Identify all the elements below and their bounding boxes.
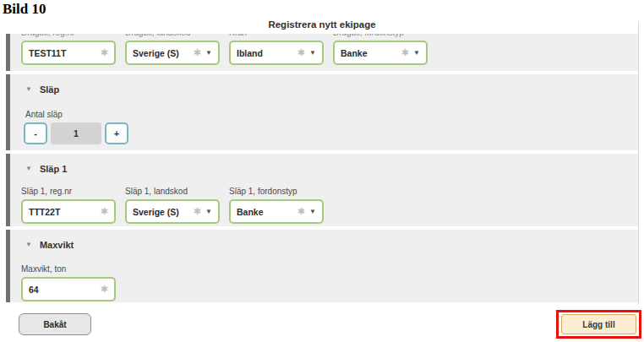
slap1-landskod-label: Släp 1, landskod bbox=[125, 186, 220, 198]
dragbil-regnr-label: Dragbil, reg.nr bbox=[21, 34, 116, 39]
slap-section-toggle[interactable]: ▼ Släp bbox=[25, 84, 638, 95]
section-slap: ▼ Släp Antal släp - 1 + bbox=[6, 74, 638, 150]
required-icon: ✱ bbox=[297, 48, 305, 57]
maxvikt-fields-row: Maxvikt, ton 64 ✱ bbox=[21, 263, 638, 301]
stepper-plus-button[interactable]: + bbox=[105, 122, 128, 144]
collapse-icon: ▼ bbox=[25, 166, 32, 172]
highlight-box: Lägg till bbox=[556, 310, 641, 339]
page: Bild 10 Registrera nytt ekipage Dragbil,… bbox=[0, 0, 644, 342]
field-maxvikt: Maxvikt, ton 64 ✱ bbox=[21, 263, 116, 301]
slap1-fields-row: Släp 1, reg.nr TTT22T ✱ Släp 1, landskod… bbox=[21, 186, 638, 224]
dragbil-landskod-label: Dragbil, landskod bbox=[125, 34, 220, 39]
slap1-landskod-select[interactable]: Sverige (S) ✱ ▼ bbox=[125, 199, 220, 224]
slap1-fordonstyp-label: Släp 1, fordonstyp bbox=[229, 186, 324, 198]
dropdown-caret-icon: ▼ bbox=[413, 50, 420, 57]
dropdown-caret-icon: ▼ bbox=[205, 50, 212, 57]
stepper-count-value: 1 bbox=[51, 122, 101, 144]
slap1-fordonstyp-select[interactable]: Banke ✱ ▼ bbox=[229, 199, 324, 224]
dragbil-landskod-value: Sverige (S) bbox=[133, 48, 194, 58]
required-icon: ✱ bbox=[401, 48, 409, 57]
field-dragbil-landskod: Dragbil, landskod Sverige (S) ✱ ▼ bbox=[125, 34, 220, 65]
required-icon: ✱ bbox=[194, 207, 201, 216]
required-icon: ✱ bbox=[101, 48, 108, 57]
slap1-section-toggle[interactable]: ▼ Släp 1 bbox=[25, 164, 638, 174]
back-button[interactable]: Bakåt bbox=[19, 313, 91, 335]
kran-select[interactable]: Ibland ✱ ▼ bbox=[229, 41, 324, 65]
panel-right-edge bbox=[638, 21, 639, 304]
required-icon: ✱ bbox=[101, 207, 108, 216]
maxvikt-value: 64 bbox=[29, 285, 101, 295]
figure-caption: Bild 10 bbox=[3, 1, 46, 18]
section-maxvikt: ▼ Maxvikt Maxvikt, ton 64 ✱ bbox=[6, 230, 638, 302]
slap-section-title: Släp bbox=[40, 84, 59, 95]
antal-slap-stepper: - 1 + bbox=[24, 122, 638, 144]
collapse-icon: ▼ bbox=[25, 242, 32, 248]
add-button[interactable]: Lägg till bbox=[561, 314, 636, 334]
slap1-regnr-value: TTT22T bbox=[29, 207, 101, 217]
maxvikt-input[interactable]: 64 ✱ bbox=[21, 277, 116, 301]
field-slap1-fordonstyp: Släp 1, fordonstyp Banke ✱ ▼ bbox=[229, 186, 324, 224]
dragbil-fields-row: Dragbil, reg.nr TEST11T ✱ Dragbil, lands… bbox=[21, 34, 638, 65]
dragbil-landskod-select[interactable]: Sverige (S) ✱ ▼ bbox=[125, 41, 220, 65]
dropdown-caret-icon: ▼ bbox=[205, 209, 212, 215]
dragbil-fordonstyp-value: Banke bbox=[341, 48, 401, 58]
slap1-landskod-value: Sverige (S) bbox=[133, 207, 194, 217]
dropdown-caret-icon: ▼ bbox=[309, 50, 316, 57]
section-slap-1: ▼ Släp 1 Släp 1, reg.nr TTT22T ✱ Släp 1,… bbox=[6, 154, 638, 226]
required-icon: ✱ bbox=[297, 207, 305, 216]
field-slap1-landskod: Släp 1, landskod Sverige (S) ✱ ▼ bbox=[125, 186, 220, 224]
kran-value: Ibland bbox=[237, 48, 297, 58]
field-dragbil-regnr: Dragbil, reg.nr TEST11T ✱ bbox=[21, 34, 116, 65]
dragbil-regnr-input[interactable]: TEST11T ✱ bbox=[21, 41, 116, 65]
antal-slap-label: Antal släp bbox=[25, 110, 638, 119]
slap1-regnr-label: Släp 1, reg.nr bbox=[21, 186, 116, 198]
maxvikt-label: Maxvikt, ton bbox=[21, 263, 116, 275]
slap1-regnr-input[interactable]: TTT22T ✱ bbox=[21, 199, 116, 224]
page-title: Registrera nytt ekipage bbox=[0, 19, 644, 30]
slap1-section-title: Släp 1 bbox=[40, 164, 67, 174]
stepper-minus-button[interactable]: - bbox=[24, 122, 47, 144]
kran-label: Kran bbox=[229, 34, 324, 39]
required-icon: ✱ bbox=[101, 285, 108, 294]
section-dragbil: Dragbil, reg.nr TEST11T ✱ Dragbil, lands… bbox=[6, 34, 638, 71]
dragbil-regnr-value: TEST11T bbox=[29, 48, 101, 58]
dropdown-caret-icon: ▼ bbox=[309, 209, 316, 215]
required-icon: ✱ bbox=[194, 48, 201, 57]
maxvikt-section-title: Maxvikt bbox=[40, 240, 74, 250]
field-slap1-regnr: Släp 1, reg.nr TTT22T ✱ bbox=[21, 186, 116, 224]
field-kran: Kran Ibland ✱ ▼ bbox=[229, 34, 324, 65]
collapse-icon: ▼ bbox=[25, 86, 32, 93]
slap1-fordonstyp-value: Banke bbox=[237, 207, 297, 217]
field-dragbil-fordonstyp: Dragbil, fordonstyp Banke ✱ ▼ bbox=[333, 34, 428, 65]
dragbil-fordonstyp-select[interactable]: Banke ✱ ▼ bbox=[333, 41, 428, 65]
maxvikt-section-toggle[interactable]: ▼ Maxvikt bbox=[25, 240, 638, 250]
dragbil-fordonstyp-label: Dragbil, fordonstyp bbox=[333, 34, 428, 39]
